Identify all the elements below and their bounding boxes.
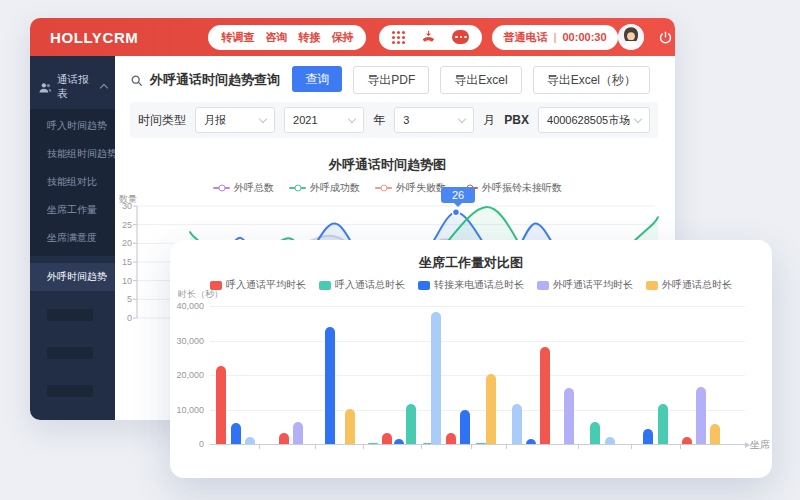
year-suffix-label: 年 (373, 112, 385, 129)
trend-legend-item-1[interactable]: 外呼成功数 (289, 181, 360, 195)
y-tick-label: 10 (122, 276, 132, 286)
pbx-select[interactable]: 4000628505市场 (538, 107, 650, 133)
month-value: 3 (403, 114, 409, 126)
bar-red-0[interactable] (216, 366, 226, 444)
legend-label: 转接来电通话总时长 (434, 278, 524, 292)
bar-legend-item-3[interactable]: 外呼通话平均时长 (537, 278, 633, 292)
call-action-button-1[interactable]: 咨询 (265, 30, 287, 45)
avatar[interactable] (618, 24, 644, 50)
call-action-button-0[interactable]: 转调查 (221, 30, 254, 45)
bar-lightBlue-12[interactable] (431, 312, 441, 444)
bar-lightBlue-17[interactable] (512, 404, 522, 444)
sidebar-item-3[interactable]: 坐席工作量 (30, 196, 115, 224)
bar-purple-20[interactable] (564, 388, 574, 444)
app-logo: HOLLYCRM (50, 29, 138, 46)
sidebar-section-call-reports[interactable]: 通话报表 (30, 65, 115, 109)
sidebar-item-4[interactable]: 坐席满意度 (30, 224, 115, 252)
bar-red-19[interactable] (540, 347, 550, 444)
x-tick (506, 445, 507, 449)
trend-legend-item-2[interactable]: 外呼失败数 (375, 181, 446, 195)
legend-label: 呼入通话总时长 (335, 278, 405, 292)
bar-legend-item-4[interactable]: 外呼通话总时长 (646, 278, 732, 292)
sidebar-item-2[interactable]: 技能组对比 (30, 168, 115, 196)
axis-arrow-icon (745, 442, 753, 448)
hangup-phone-icon[interactable] (420, 29, 437, 45)
year-value: 2021 (293, 114, 317, 126)
bar-red-13[interactable] (446, 433, 456, 444)
dialpad-icon[interactable] (392, 31, 405, 44)
x-tick (315, 445, 316, 449)
gridline (210, 306, 745, 307)
line-chart-y-axis-label: 数量 (119, 194, 137, 204)
export-excel-seconds-button[interactable]: 导出Excel（秒） (533, 66, 650, 94)
time-type-label: 时间类型 (138, 112, 186, 129)
call-timer: 00:00:30 (563, 31, 607, 43)
bar-blue-5[interactable] (325, 327, 335, 444)
sidebar-section-label: 通话报表 (57, 73, 96, 101)
bar-yellow-6[interactable] (345, 409, 355, 444)
bar-teal-21[interactable] (590, 422, 600, 444)
time-type-select[interactable]: 月报 (195, 107, 275, 133)
agent-workload-card: 坐席工作量对比图 呼入通话平均时长呼入通话总时长转接来电通话总时长外呼通话平均时… (170, 240, 772, 478)
bar-red-25[interactable] (682, 437, 692, 444)
highlighted-data-point[interactable] (453, 209, 460, 216)
chevron-down-icon (634, 115, 642, 123)
bar-teal-24[interactable] (658, 404, 668, 444)
bar-yellow-27[interactable] (710, 424, 720, 444)
y-tick-label: 0 (127, 313, 132, 323)
export-pdf-button[interactable]: 导出PDF (353, 66, 429, 94)
export-excel-button[interactable]: 导出Excel (440, 66, 521, 94)
bar-yellow-16[interactable] (486, 374, 496, 444)
month-select[interactable]: 3 (394, 107, 474, 133)
bar-legend-item-1[interactable]: 呼入通话总时长 (319, 278, 405, 292)
legend-marker-icon (289, 187, 306, 189)
bar-lightBlue-2[interactable] (245, 437, 255, 444)
sidebar-item-5[interactable]: 外呼时间趋势 (30, 263, 115, 291)
x-tick (259, 445, 260, 449)
search-button[interactable]: 查询 (292, 66, 342, 92)
bar-blue-1[interactable] (231, 423, 241, 444)
legend-swatch-icon (646, 281, 658, 290)
bar-chart-x-axis-label: 坐席 (750, 438, 770, 452)
sidebar-active-slot: 外呼时间趋势 (30, 256, 115, 291)
sidebar-skeleton-item (47, 309, 93, 321)
y-tick-label: 20 (122, 238, 132, 248)
power-icon[interactable] (658, 30, 673, 45)
gridline (210, 375, 745, 376)
toolbar: 查询 导出PDF 导出Excel 导出Excel（秒） (292, 66, 675, 94)
call-action-button-3[interactable]: 保持 (331, 30, 353, 45)
sidebar-item-1[interactable]: 技能组时间趋势 (30, 140, 115, 168)
bar-teal-10[interactable] (406, 404, 416, 444)
bar-chart-y-axis-label: 时长（秒） (178, 288, 223, 301)
chevron-down-icon (348, 115, 356, 123)
bar-red-8[interactable] (382, 433, 392, 444)
legend-label: 外呼失败数 (396, 181, 446, 195)
legend-marker-icon (213, 187, 230, 189)
bar-red-3[interactable] (279, 433, 289, 444)
bar-purple-26[interactable] (696, 387, 706, 444)
year-select[interactable]: 2021 (284, 107, 364, 133)
bar-lightBlue-22[interactable] (605, 437, 615, 444)
legend-label: 呼入通话平均时长 (226, 278, 306, 292)
trend-legend-item-0[interactable]: 外呼总数 (213, 181, 274, 195)
call-icon-pill (379, 25, 482, 50)
sidebar-submenu: 呼入时间趋势技能组时间趋势技能组对比坐席工作量坐席满意度 (30, 109, 115, 256)
x-tick (578, 445, 579, 449)
bar-legend-item-0[interactable]: 呼入通话平均时长 (210, 278, 306, 292)
chevron-down-icon (458, 115, 466, 123)
time-type-value: 月报 (204, 113, 226, 128)
top-bar: HOLLYCRM 转调查咨询转接保持 普通电话 | 00:00:30 (30, 18, 675, 56)
bar-blue-23[interactable] (643, 429, 653, 444)
search-icon (130, 74, 143, 87)
chat-icon[interactable] (452, 30, 469, 44)
sidebar-item-0[interactable]: 呼入时间趋势 (30, 112, 115, 140)
trend-legend-item-3[interactable]: 外呼振铃未接听数 (461, 181, 562, 195)
x-tick (680, 445, 681, 449)
y-tick-label: 25 (122, 220, 132, 230)
bar-legend-item-2[interactable]: 转接来电通话总时长 (418, 278, 524, 292)
sidebar-skeleton (30, 291, 115, 420)
bar-blue-14[interactable] (460, 410, 470, 444)
bar-chart-x-axis-line (210, 444, 745, 445)
call-action-button-2[interactable]: 转接 (298, 30, 320, 45)
bar-purple-4[interactable] (293, 422, 303, 444)
